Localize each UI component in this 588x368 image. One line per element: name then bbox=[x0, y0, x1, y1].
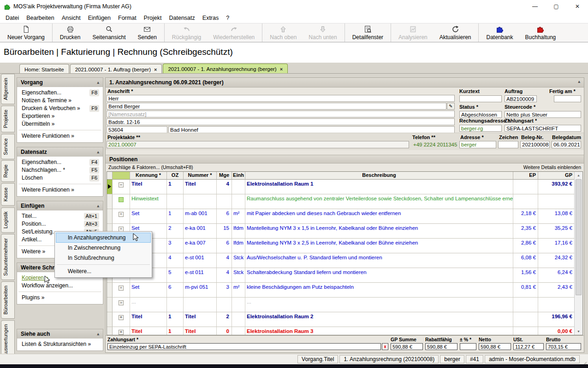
datenbank-button[interactable]: Datenbank bbox=[480, 23, 519, 42]
table-row[interactable]: +Set3e-ka 0076lfdmMantelleitung NYM 3 x … bbox=[107, 239, 574, 253]
beleg-nr-field[interactable]: 202100008 bbox=[520, 141, 550, 148]
menu-item-datei[interactable]: Datei bbox=[2, 13, 23, 23]
collapse-icon[interactable]: ▴ bbox=[97, 150, 99, 154]
panel-item-titel[interactable]: Titel...Alt+1 bbox=[17, 212, 103, 220]
panel-item-drucken-verbuchen[interactable]: Drucken & Verbuchen »F9 bbox=[17, 105, 103, 112]
column-header-ep[interactable]: EP bbox=[513, 172, 538, 180]
panel-section-header[interactable]: Vorgang▴ bbox=[17, 78, 103, 87]
senden-button[interactable]: Senden bbox=[131, 23, 162, 42]
plus-icon[interactable]: + bbox=[119, 212, 124, 217]
row-selector[interactable] bbox=[107, 298, 113, 312]
panel-section-header[interactable]: Siehe auch▴ bbox=[17, 329, 103, 339]
row-selector[interactable] bbox=[107, 327, 113, 335]
panel-item-weitere-funktionen[interactable]: Weitere Funktionen » bbox=[17, 132, 103, 140]
tab-2021-00007-1-anzahlungsrechnung-berger[interactable]: 2021.00007 - 1. Anzahlungsrechnung (berg… bbox=[163, 64, 288, 73]
scroll-down-icon[interactable]: ▼ bbox=[575, 328, 582, 335]
menu-item-ansicht[interactable]: Ansicht bbox=[58, 13, 84, 23]
anrede-field[interactable]: Herr bbox=[107, 95, 455, 102]
minus-icon[interactable]: − bbox=[119, 182, 124, 187]
side-tab-regie[interactable]: Regie bbox=[1, 160, 15, 182]
column-header-gp[interactable]: GP bbox=[538, 172, 574, 180]
belegdatum-field[interactable]: 06.09.2021 bbox=[552, 141, 581, 148]
plus-icon[interactable]: + bbox=[119, 315, 124, 320]
column-header-kennung[interactable]: Kennung * bbox=[130, 172, 167, 180]
tree-cell[interactable]: + bbox=[113, 312, 130, 327]
neuer-vorgang-button[interactable]: Neuer Vorgang bbox=[1, 23, 51, 42]
scroll-up-icon[interactable]: ▲ bbox=[575, 172, 582, 179]
collapse-icon[interactable]: ▴ bbox=[97, 80, 99, 85]
panel-item-nachschlagen[interactable]: Nachschlagen... *F5 bbox=[17, 166, 103, 174]
collapse-icon[interactable]: ▴ bbox=[97, 332, 99, 336]
table-row[interactable]: HinweistextRaumanschluss ausgehend von z… bbox=[107, 194, 574, 209]
steuercode-field[interactable]: Netto plus Steuer bbox=[505, 111, 581, 118]
tab-2021-00007-1-auftrag-berger[interactable]: 2021.00007 - 1. Auftrag (berger)× bbox=[70, 64, 162, 73]
panel-item-eigenschaften[interactable]: Eigenschaften...F8 bbox=[17, 89, 103, 97]
rechnungsadresse-field[interactable]: berger-rg bbox=[459, 125, 502, 132]
zuschlaege-faktoren-link[interactable]: Zuschläge & Faktoren... (Umschalt+F8) bbox=[108, 164, 193, 171]
table-row[interactable]: −Titel1Titel4Elektroinstallation Raum 13… bbox=[107, 180, 574, 194]
kurztext-field[interactable] bbox=[459, 95, 502, 102]
edit-address-button[interactable]: ✎ bbox=[447, 103, 455, 110]
detailfenster-button[interactable]: Detailfenster bbox=[346, 23, 389, 42]
side-tab-service[interactable]: Service bbox=[1, 134, 15, 159]
context-menu-item-in-schlu-rechnung[interactable]: In Schlußrechnung bbox=[56, 253, 151, 263]
tree-cell[interactable]: » bbox=[113, 298, 130, 312]
maximize-button[interactable]: ▢ bbox=[546, 0, 567, 13]
menu-item-datensatz[interactable]: Datensatz bbox=[166, 13, 199, 23]
plz-field[interactable]: 53604 bbox=[107, 126, 167, 133]
strasse-field[interactable]: Badstr. 12-16 bbox=[107, 118, 455, 125]
zahlungsart-field[interactable]: SEPA-LASTSCHRIFT bbox=[505, 125, 581, 132]
panel-item-listen-strukturansichten[interactable]: Listen & Strukturansichten » bbox=[17, 340, 103, 348]
menu-item-format[interactable]: Format bbox=[114, 13, 140, 23]
menu-item-projekt[interactable]: Projekt bbox=[140, 13, 166, 23]
row-selector[interactable] bbox=[107, 312, 113, 327]
zahlungsart-text-field[interactable]: Einzeleinzug per SEPA-Lastschrift bbox=[107, 343, 381, 350]
panel-item-workflow-anzeigen[interactable]: Workflow anzeigen... bbox=[17, 282, 103, 290]
table-row[interactable]: »...... bbox=[107, 298, 574, 312]
side-tab-subunternehmer[interactable]: Subunternehmer bbox=[1, 234, 15, 280]
row-selector[interactable] bbox=[107, 283, 113, 297]
side-tab-logistik[interactable]: Logistik bbox=[1, 207, 15, 233]
status-field[interactable]: Abgeschlossen bbox=[459, 111, 502, 118]
row-selector[interactable] bbox=[107, 180, 113, 194]
plus-icon[interactable]: + bbox=[119, 286, 124, 291]
tab-close-icon[interactable]: × bbox=[154, 67, 157, 72]
chevron-icon[interactable]: » bbox=[119, 300, 124, 305]
panel-item-plugins[interactable]: Plugins » bbox=[17, 294, 103, 302]
panel-item-notizen-termine[interactable]: Notizen & Termine » bbox=[17, 97, 103, 105]
table-row[interactable]: +Set5e-st 0114StckSchalterabdeckung Stan… bbox=[107, 268, 574, 283]
side-tab-b-roarbeiten[interactable]: Büroarbeiten bbox=[1, 281, 15, 319]
vertical-scrollbar[interactable]: ▲ ▼ bbox=[574, 172, 582, 335]
column-header-beschreibung[interactable]: Beschreibung bbox=[245, 172, 513, 180]
total-value[interactable]: 590,88 € bbox=[425, 343, 457, 350]
table-row[interactable]: +Set1m-ab 0016m²mit Papier abdecken und … bbox=[107, 209, 574, 224]
row-selector[interactable] bbox=[107, 209, 113, 223]
tree-cell[interactable]: + bbox=[113, 327, 130, 335]
panel-item-eigenschaften[interactable]: Eigenschaften...F4 bbox=[17, 158, 103, 166]
panel-item-exportieren[interactable]: Exportieren » bbox=[17, 112, 103, 120]
drucken-button[interactable]: Drucken bbox=[54, 23, 87, 42]
table-row[interactable]: +Titel1Titel0Elektroinstallation Raum 30… bbox=[107, 327, 574, 335]
plus-icon[interactable]: + bbox=[119, 330, 124, 335]
fertig-am-field[interactable] bbox=[554, 95, 581, 102]
table-row[interactable]: +Set6m-pvi 0513m²kleine Beschädigungen a… bbox=[107, 283, 574, 298]
tab-close-icon[interactable]: × bbox=[280, 66, 283, 72]
panel-item-weitere-funktionen[interactable]: Weitere Funktionen » bbox=[17, 186, 103, 194]
tree-cell[interactable]: − bbox=[113, 180, 130, 194]
menu-item-bearbeiten[interactable]: Bearbeiten bbox=[23, 13, 58, 23]
panel-item-bermitteln[interactable]: Übermitteln » bbox=[17, 120, 103, 128]
total-value[interactable] bbox=[460, 343, 476, 350]
panel-item-l-schen[interactable]: LöschenF6 bbox=[17, 174, 103, 182]
table-row[interactable]: +Set4e-st 0014StckAus/Wechselschalter u.… bbox=[107, 253, 574, 268]
tab-home-startseite[interactable]: Home: Startseite bbox=[19, 64, 69, 73]
table-row[interactable]: +Titel1Titel2Elektroinstallation Raum 21… bbox=[107, 312, 574, 327]
minimize-button[interactable]: — bbox=[524, 0, 546, 13]
total-value[interactable]: 590,88 € bbox=[479, 343, 511, 350]
scroll-thumb[interactable] bbox=[576, 179, 582, 295]
context-menu-item-weitere[interactable]: Weitere... bbox=[56, 266, 151, 276]
column-header-mge[interactable]: Mge bbox=[217, 172, 232, 180]
menu-item-extras[interactable]: Extras bbox=[199, 13, 222, 23]
projektakte-field[interactable]: 2021.00007 bbox=[107, 141, 409, 148]
zeichen-field[interactable] bbox=[498, 141, 518, 148]
collapse-icon[interactable]: ▴ bbox=[97, 204, 99, 208]
